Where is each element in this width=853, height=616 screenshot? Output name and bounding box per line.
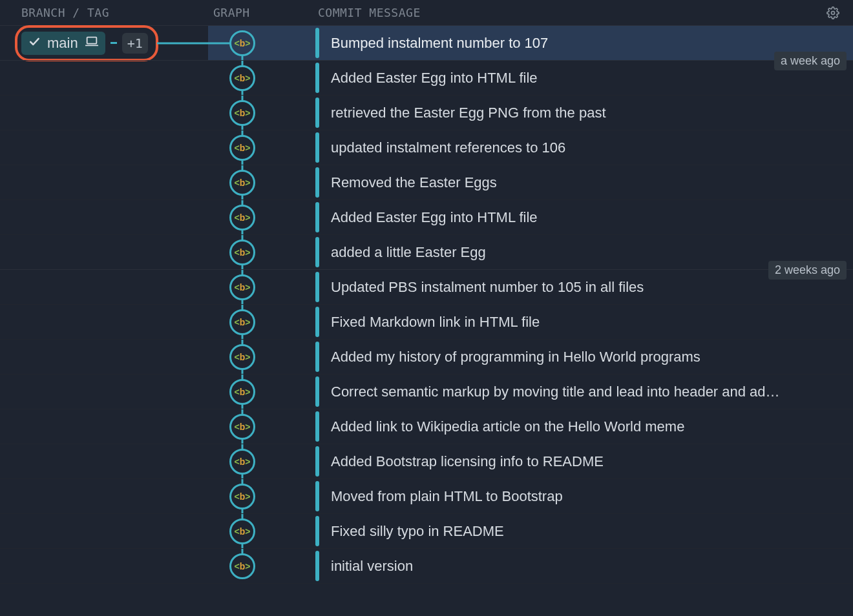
graph-cell: <b> <box>208 409 315 444</box>
branch-cell <box>0 444 208 478</box>
commit-message: updated instalment references to 106 <box>331 139 565 156</box>
commit-node[interactable]: <b> <box>229 274 255 300</box>
graph-cell: <b> <box>208 514 315 548</box>
commit-message: Correct semantic markup by moving title … <box>331 384 780 400</box>
commit-row[interactable]: <b>Added Easter Egg into HTML file <box>0 200 853 235</box>
branch-cell <box>0 549 208 583</box>
commit-node[interactable]: <b> <box>229 240 255 265</box>
commit-node[interactable]: <b> <box>229 518 255 544</box>
table-header: BRANCH / TAG GRAPH COMMIT MESSAGE <box>0 0 853 26</box>
branch-cell <box>0 270 208 304</box>
commit-row[interactable]: <b>Added Bootstrap licensing info to REA… <box>0 444 853 479</box>
commit-message: Added Easter Egg into HTML file <box>331 209 538 226</box>
node-glyph-gt: > <box>245 73 250 83</box>
message-cell: initial version <box>315 549 853 583</box>
commit-message: added a little Easter Egg <box>331 244 486 261</box>
node-glyph-gt: > <box>245 352 250 362</box>
commit-message: Added Easter Egg into HTML file <box>331 70 538 87</box>
commit-row[interactable]: <b>Added link to Wikipedia article on th… <box>0 409 853 444</box>
branch-color-indicator <box>315 307 319 337</box>
node-glyph-gt: > <box>245 491 250 502</box>
commit-node[interactable]: <b> <box>229 449 255 475</box>
branch-color-indicator <box>315 376 319 407</box>
branch-name: main <box>47 35 78 52</box>
message-cell: retrieved the Easter Egg PNG from the pa… <box>315 96 853 130</box>
graph-edge <box>157 42 208 44</box>
commit-node[interactable]: <b> <box>229 30 255 56</box>
node-glyph-gt: > <box>245 387 250 397</box>
branch-cell <box>0 200 208 234</box>
commit-node[interactable]: <b> <box>229 344 255 370</box>
commit-row[interactable]: main+1<b>Bumped instalment number to 107… <box>0 26 853 61</box>
commit-list: main+1<b>Bumped instalment number to 107… <box>0 26 853 584</box>
header-branch: BRANCH / TAG <box>0 6 208 19</box>
graph-cell: <b> <box>208 270 315 304</box>
message-cell: Added my history of programming in Hello… <box>315 340 853 374</box>
branch-pill[interactable]: main <box>21 32 105 55</box>
commit-row[interactable]: <b>Added my history of programming in He… <box>0 340 853 375</box>
node-glyph-b: b <box>240 352 246 362</box>
node-glyph-b: b <box>240 38 246 48</box>
node-glyph-gt: > <box>245 178 250 188</box>
node-glyph-gt: > <box>245 38 250 48</box>
branch-color-indicator <box>315 237 319 267</box>
commit-message: Added Bootstrap licensing info to README <box>331 453 604 470</box>
branch-extra-count-badge[interactable]: +1 <box>122 33 148 54</box>
message-cell: Added Easter Egg into HTML file <box>315 200 853 234</box>
node-glyph-lt: < <box>235 422 240 432</box>
node-glyph-gt: > <box>245 282 250 293</box>
commit-message: Added my history of programming in Hello… <box>331 349 700 365</box>
graph-cell: <b> <box>208 305 315 339</box>
node-glyph-b: b <box>240 526 246 537</box>
commit-row[interactable]: <b>initial version <box>0 549 853 584</box>
graph-cell: <b> <box>208 549 315 583</box>
node-glyph-lt: < <box>235 73 240 83</box>
commit-node[interactable]: <b> <box>229 135 255 161</box>
commit-row[interactable]: <b>retrieved the Easter Egg PNG from the… <box>0 96 853 130</box>
commit-message: Removed the Easter Eggs <box>331 174 497 191</box>
node-glyph-b: b <box>240 282 246 293</box>
branch-cell <box>0 235 208 269</box>
commit-node[interactable]: <b> <box>229 553 255 579</box>
commit-row[interactable]: <b>Moved from plain HTML to Bootstrap <box>0 479 853 514</box>
branch-color-indicator <box>315 342 319 372</box>
commit-node[interactable]: <b> <box>229 309 255 335</box>
branch-color-indicator <box>315 132 319 163</box>
commit-row[interactable]: <b>updated instalment references to 106 <box>0 130 853 165</box>
graph-cell: <b> <box>208 235 315 269</box>
node-glyph-lt: < <box>235 108 240 118</box>
commit-node[interactable]: <b> <box>229 484 255 509</box>
node-glyph-lt: < <box>235 491 240 502</box>
check-icon <box>28 35 41 52</box>
commit-row[interactable]: <b>Correct semantic markup by moving tit… <box>0 375 853 409</box>
branch-color-indicator <box>315 202 319 232</box>
message-cell: Removed the Easter Eggs <box>315 165 853 200</box>
graph-cell: <b> <box>208 130 315 165</box>
commit-node[interactable]: <b> <box>229 100 255 126</box>
commit-row[interactable]: <b>Removed the Easter Eggs <box>0 165 853 200</box>
node-glyph-lt: < <box>235 143 240 153</box>
node-glyph-gt: > <box>245 108 250 118</box>
commit-node[interactable]: <b> <box>229 414 255 440</box>
commit-row[interactable]: <b>Updated PBS instalment number to 105 … <box>0 270 853 305</box>
branch-color-indicator <box>315 167 319 198</box>
message-cell: updated instalment references to 106 <box>315 130 853 165</box>
branch-cell <box>0 165 208 200</box>
graph-cell: <b> <box>208 375 315 409</box>
node-glyph-gt: > <box>245 457 250 467</box>
commit-node[interactable]: <b> <box>229 170 255 196</box>
commit-node[interactable]: <b> <box>229 65 255 91</box>
header-message-label: COMMIT MESSAGE <box>318 6 421 19</box>
commit-message: initial version <box>331 558 413 575</box>
branch-cell: main+1 <box>0 26 208 60</box>
commit-row[interactable]: <b>added a little Easter Egg2 weeks ago <box>0 235 853 270</box>
gear-icon[interactable] <box>826 6 840 20</box>
message-cell: Fixed silly typo in README <box>315 514 853 548</box>
commit-row[interactable]: <b>Fixed silly typo in README <box>0 514 853 549</box>
commit-node[interactable]: <b> <box>229 379 255 405</box>
node-glyph-lt: < <box>235 352 240 362</box>
commit-row[interactable]: <b>Added Easter Egg into HTML file <box>0 61 853 96</box>
commit-node[interactable]: <b> <box>229 205 255 231</box>
commit-message: Moved from plain HTML to Bootstrap <box>331 488 563 505</box>
commit-row[interactable]: <b>Fixed Markdown link in HTML file <box>0 305 853 340</box>
